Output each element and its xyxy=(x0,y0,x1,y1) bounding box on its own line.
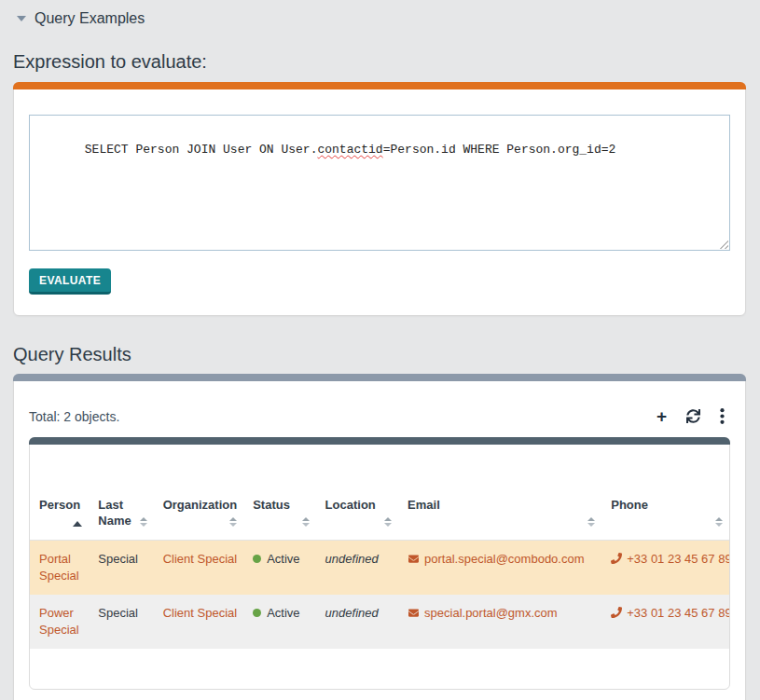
column-header-location[interactable]: Location xyxy=(316,445,398,541)
query-text-suffix: =Person.id WHERE Person.org_id=2 xyxy=(383,143,616,157)
query-text-prefix: SELECT Person JOIN User ON User. xyxy=(85,143,318,157)
textarea-resize-grip[interactable] xyxy=(718,239,728,249)
results-table-card: Person Last Name Organization Status xyxy=(29,437,730,690)
expression-panel: SELECT Person JOIN User ON User.contacti… xyxy=(13,82,746,316)
sort-icon xyxy=(715,517,723,527)
kebab-menu-icon xyxy=(720,408,725,424)
table-row[interactable]: Portal Special Special Client Special Ac… xyxy=(30,541,729,596)
results-heading: Query Results xyxy=(13,344,746,365)
status-label: Active xyxy=(267,606,299,620)
refresh-button[interactable] xyxy=(686,409,700,423)
sort-icon xyxy=(302,517,310,527)
person-link[interactable]: Portal Special xyxy=(39,552,79,583)
query-textarea[interactable]: SELECT Person JOIN User ON User.contacti… xyxy=(29,115,730,251)
total-count-label: Total: 2 objects. xyxy=(29,409,119,424)
sort-icon xyxy=(229,517,237,527)
table-row[interactable]: Power Special Special Client Special Act… xyxy=(30,595,729,649)
status-active-icon xyxy=(253,609,261,617)
email-link[interactable]: portal.special@combodo.com xyxy=(424,552,584,566)
person-link[interactable]: Power Special xyxy=(39,606,79,637)
status-active-icon xyxy=(253,555,261,563)
phone-icon xyxy=(611,607,622,618)
location-cell: undefined xyxy=(316,595,398,649)
sort-ascending-icon xyxy=(73,521,82,527)
email-link[interactable]: special.portal@gmx.com xyxy=(424,606,558,620)
envelope-icon xyxy=(408,608,420,618)
envelope-icon xyxy=(408,554,420,564)
query-examples-toggle[interactable]: Query Examples xyxy=(13,7,746,29)
table-footer-space xyxy=(30,649,729,689)
expression-heading: Expression to evaluate: xyxy=(13,51,746,73)
caret-down-icon xyxy=(17,16,26,21)
more-actions-button[interactable] xyxy=(720,408,725,424)
results-panel: Total: 2 objects. + Person xyxy=(13,374,746,700)
orange-accent-bar xyxy=(13,82,746,89)
table-slate-bar xyxy=(29,437,730,445)
results-table: Person Last Name Organization Status xyxy=(30,445,729,649)
location-cell: undefined xyxy=(316,541,398,596)
last-name-cell: Special xyxy=(89,595,153,649)
phone-link[interactable]: +33 01 23 45 67 89 xyxy=(627,552,729,566)
query-text-misspelled: contactid xyxy=(317,143,382,157)
sort-icon xyxy=(140,517,147,527)
plus-icon: + xyxy=(656,410,667,423)
evaluate-button[interactable]: EVALUATE xyxy=(29,268,111,295)
organization-link[interactable]: Client Special xyxy=(163,606,238,620)
last-name-cell: Special xyxy=(89,541,153,596)
sort-icon xyxy=(384,517,392,527)
status-label: Active xyxy=(267,552,299,566)
phone-link[interactable]: +33 01 23 45 67 89 xyxy=(627,606,729,620)
column-header-organization[interactable]: Organization xyxy=(154,445,244,541)
refresh-icon xyxy=(686,409,700,423)
add-object-button[interactable]: + xyxy=(656,410,667,423)
bluegray-accent-bar xyxy=(13,374,746,381)
sort-icon xyxy=(587,517,595,527)
table-header-row: Person Last Name Organization Status xyxy=(30,445,729,541)
phone-icon xyxy=(611,553,622,564)
results-toolbar: Total: 2 objects. + xyxy=(14,381,745,432)
column-header-last-name[interactable]: Last Name xyxy=(89,445,153,541)
column-header-person[interactable]: Person xyxy=(30,445,89,541)
organization-link[interactable]: Client Special xyxy=(163,552,238,566)
column-header-phone[interactable]: Phone xyxy=(601,445,729,541)
column-header-email[interactable]: Email xyxy=(398,445,601,541)
column-header-status[interactable]: Status xyxy=(243,445,315,541)
query-examples-label: Query Examples xyxy=(35,10,145,27)
